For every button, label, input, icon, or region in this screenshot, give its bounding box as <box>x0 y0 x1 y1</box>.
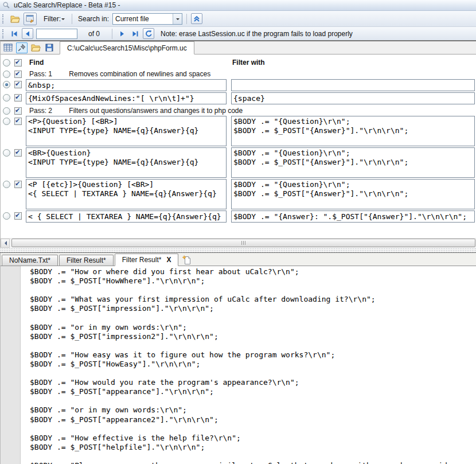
navigation-toolbar: of 0 Note: <box>0 27 476 41</box>
rule-radio[interactable] <box>3 118 10 125</box>
rule-radio[interactable] <box>3 212 10 220</box>
go-next-button[interactable] <box>116 28 128 39</box>
arrow-left-icon <box>2 241 7 245</box>
pass-label: Pass: 1 <box>26 70 63 78</box>
toolbar-grip[interactable] <box>2 29 5 38</box>
rule-row: <BR>{Question} <INPUT TYPE={type} NAME={… <box>1 147 476 178</box>
go-first-button[interactable] <box>9 28 20 39</box>
search-replace-panel: C:\uCalc\ucSearch15\Misc\phpForm.uc Find… <box>0 41 476 248</box>
rule-radio[interactable] <box>3 107 10 115</box>
session-file-tab[interactable]: C:\uCalc\ucSearch15\Misc\phpForm.uc <box>60 41 194 54</box>
filter-with-field[interactable]: $BODY .= "{Question}\r\n"; $BODY .= $_PO… <box>231 179 475 209</box>
filter-with-field[interactable] <box>231 79 475 91</box>
filter-column-header: Filter with <box>231 57 475 68</box>
window-title: uCalc Search/Replace - Beta #15 - <box>14 1 120 9</box>
open-folder-icon <box>31 44 41 52</box>
filter-with-field[interactable]: $BODY .= "{Question}\r\n"; $BODY .= $_PO… <box>231 116 475 146</box>
combobox-drop-button[interactable] <box>173 14 182 24</box>
rule-row <box>1 92 476 104</box>
rule-radio[interactable] <box>3 81 10 88</box>
new-document-icon <box>182 255 192 264</box>
horizontal-scrollbar[interactable] <box>1 238 476 248</box>
rules-grid: Find Filter with Pass: 1 Removes combina… <box>1 54 476 223</box>
find-field[interactable] <box>26 92 227 104</box>
rule-checkbox[interactable] <box>14 81 22 88</box>
scroll-left-button[interactable] <box>1 239 10 248</box>
pass-description: Filters out questions/answers and change… <box>64 107 243 115</box>
rule-radio[interactable] <box>3 149 10 157</box>
filter-dropdown[interactable]: Filter: <box>42 15 68 23</box>
rule-checkbox[interactable] <box>14 71 22 78</box>
refresh-button[interactable] <box>143 28 154 39</box>
filter-with-field[interactable] <box>231 92 475 104</box>
search-in-label: Search in: <box>76 15 111 23</box>
rule-radio[interactable] <box>3 94 10 102</box>
go-last-icon <box>132 30 139 37</box>
editor-gutter <box>1 266 21 464</box>
scrollbar-thumb[interactable] <box>11 239 475 247</box>
session-properties-button[interactable] <box>24 13 37 25</box>
rule-radio[interactable] <box>3 181 10 188</box>
result-editor[interactable]: $BODY .= "How or where did you first hea… <box>1 266 476 464</box>
main-toolbar: Filter: Search in: Current file <box>0 11 476 27</box>
rule-checkbox[interactable] <box>14 212 22 220</box>
find-field[interactable] <box>26 210 227 223</box>
go-previous-icon <box>24 30 31 37</box>
filter-with-field[interactable] <box>231 210 475 223</box>
record-count-label: of 0 <box>88 30 100 38</box>
pass-row: Pass: 1 Removes combination of newlines … <box>1 69 476 78</box>
rule-radio[interactable] <box>3 59 10 67</box>
open-folder-icon <box>10 15 20 23</box>
close-icon[interactable]: X <box>166 256 171 264</box>
tab-noname-txt[interactable]: NoName.Txt* <box>2 255 58 266</box>
find-column-header: Find <box>26 57 227 68</box>
rule-checkbox[interactable] <box>14 181 22 188</box>
record-counter-input[interactable] <box>36 29 77 39</box>
session-file-path: C:\uCalc\ucSearch15\Misc\phpForm.uc <box>67 44 187 52</box>
go-last-button[interactable] <box>130 28 141 39</box>
new-document-button[interactable] <box>182 255 192 264</box>
save-session-button[interactable] <box>44 42 55 53</box>
grid-view-icon <box>3 44 13 52</box>
rule-checkbox[interactable] <box>14 149 22 157</box>
find-field[interactable]: <P [{etc}]>{Question} [<BR>] <{ SELECT |… <box>26 179 227 209</box>
tab-label: NoName.Txt* <box>9 256 50 264</box>
tab-filter-result-2[interactable]: Filter Result* X <box>115 254 179 266</box>
results-panel: NoName.Txt* Filter Result* Filter Result… <box>0 253 476 464</box>
rule-checkbox[interactable] <box>14 59 22 67</box>
search-in-combobox[interactable]: Current file <box>112 13 182 25</box>
filter-with-field[interactable]: $BODY .= "{Question}\r\n"; $BODY .= $_PO… <box>231 147 475 178</box>
session-note: Note: erase LastSession.uc if the progra… <box>161 30 353 38</box>
pin-session-button[interactable] <box>16 42 28 53</box>
filter-dropdown-label: Filter: <box>44 15 61 23</box>
go-next-icon <box>119 30 126 37</box>
pass-description: Removes combination of newlines and spac… <box>64 70 210 78</box>
rule-checkbox[interactable] <box>14 118 22 125</box>
open-session-button[interactable] <box>30 42 41 53</box>
toolbar-grip[interactable] <box>2 14 5 24</box>
rule-checkbox[interactable] <box>14 107 22 115</box>
toolbar-separator <box>186 14 187 24</box>
app-window: uCalc Search/Replace - Beta #15 - <box>0 0 476 464</box>
go-previous-button[interactable] <box>22 28 33 39</box>
result-code[interactable]: $BODY .= "How or where did you first hea… <box>21 266 476 464</box>
magnifier-icon <box>2 1 10 9</box>
rule-row <box>1 210 476 223</box>
pushpin-icon <box>18 44 26 52</box>
rule-radio[interactable] <box>3 71 10 78</box>
form-properties-icon <box>26 14 35 23</box>
find-field[interactable]: <P>{Question} [<BR>] <INPUT TYPE={type} … <box>26 116 227 146</box>
tab-filter-result-1[interactable]: Filter Result* <box>59 255 114 266</box>
find-field[interactable] <box>26 79 227 91</box>
tab-label: Filter Result* <box>122 256 162 264</box>
find-field[interactable]: <BR>{Question} <INPUT TYPE={type} NAME={… <box>26 147 227 178</box>
collapse-panel-button[interactable] <box>191 13 202 24</box>
open-file-button[interactable] <box>9 13 22 25</box>
grid-view-button[interactable] <box>2 42 14 53</box>
refresh-icon <box>145 30 153 37</box>
toolbar-separator <box>112 29 112 39</box>
rule-checkbox[interactable] <box>14 94 22 102</box>
panel-splitter[interactable] <box>0 248 476 253</box>
go-first-icon <box>11 30 18 37</box>
result-tabbar: NoName.Txt* Filter Result* Filter Result… <box>1 253 476 266</box>
